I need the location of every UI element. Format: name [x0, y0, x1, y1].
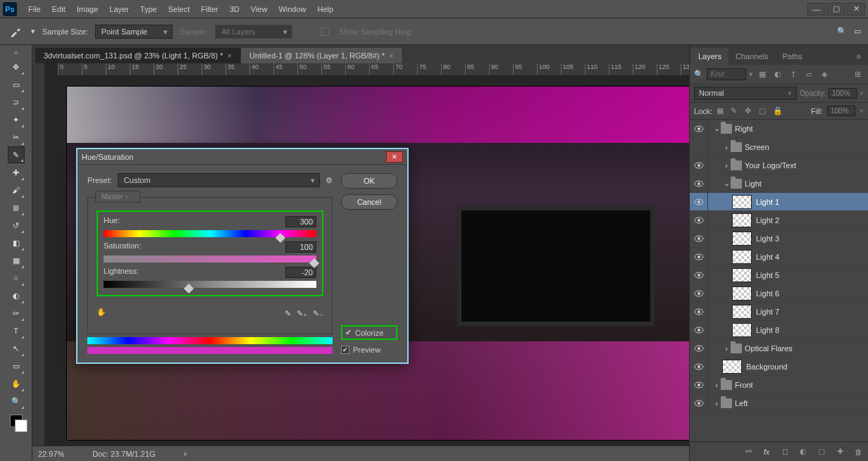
tab-layers[interactable]: Layers	[691, 48, 728, 65]
mask-icon[interactable]: ◻	[779, 447, 790, 456]
layer-row[interactable]: ⌄Right	[690, 120, 868, 138]
menu-image[interactable]: Image	[71, 2, 104, 16]
scrubby-hand-icon[interactable]: ✋	[97, 308, 106, 317]
lasso-tool[interactable]: ⊃	[8, 94, 25, 110]
document-tab[interactable]: 3dvirtualset.com_131.psd @ 23% (Light 1,…	[35, 48, 241, 63]
layer-thumbnail[interactable]	[732, 305, 752, 319]
visibility-icon[interactable]	[690, 303, 708, 321]
lock-artboard-icon[interactable]: ▢	[759, 106, 769, 116]
visibility-icon[interactable]	[690, 284, 708, 303]
tab-channels[interactable]: Channels	[728, 48, 775, 65]
layer-row[interactable]: Light 5	[690, 266, 868, 284]
colorize-checkbox[interactable]: ✔	[345, 328, 352, 337]
layer-row[interactable]: Light 7	[690, 303, 868, 321]
layer-row[interactable]: Light 1	[690, 193, 868, 211]
visibility-icon[interactable]	[690, 266, 708, 284]
maximize-button[interactable]: ▢	[827, 3, 845, 15]
layer-thumbnail[interactable]	[732, 286, 752, 301]
adjustment-icon[interactable]: ◐	[798, 447, 809, 456]
minimize-button[interactable]: —	[807, 3, 826, 15]
opacity-input[interactable]: 100%	[829, 88, 857, 99]
background-color[interactable]	[15, 419, 27, 432]
hand-tool[interactable]: ✋	[8, 375, 25, 392]
sample-size-select[interactable]: Point Sample	[95, 25, 173, 39]
visibility-icon[interactable]	[690, 358, 708, 376]
layer-row[interactable]: ›Left	[690, 394, 868, 412]
lightness-slider[interactable]	[104, 281, 316, 288]
move-tool[interactable]: ✥	[8, 58, 25, 75]
show-ring-checkbox[interactable]	[321, 27, 329, 36]
saturation-input[interactable]	[285, 241, 316, 253]
hue-input[interactable]	[285, 216, 316, 227]
eyedropper-add-icon[interactable]: ✎₊	[297, 309, 307, 318]
visibility-icon[interactable]	[690, 193, 708, 211]
pen-tool[interactable]: ✑	[8, 305, 25, 322]
eyedropper-tool[interactable]: ✎	[8, 146, 25, 163]
blend-mode-select[interactable]: Normal ▾	[694, 87, 797, 100]
dialog-close-button[interactable]: ✕	[386, 151, 403, 163]
menu-edit[interactable]: Edit	[46, 2, 71, 16]
menu-layer[interactable]: Layer	[104, 2, 135, 16]
lightness-input[interactable]	[285, 267, 316, 278]
preset-gear-icon[interactable]: ⚙	[326, 176, 333, 185]
visibility-icon[interactable]	[690, 229, 708, 248]
stamp-tool[interactable]: ⊞	[8, 199, 25, 216]
zoom-tool[interactable]: 🔍	[8, 393, 25, 410]
tab-paths[interactable]: Paths	[776, 48, 810, 65]
visibility-icon[interactable]	[690, 248, 708, 266]
visibility-icon[interactable]	[690, 175, 708, 193]
menu-select[interactable]: Select	[163, 2, 196, 16]
visibility-icon[interactable]	[690, 394, 708, 412]
visibility-icon[interactable]	[690, 156, 708, 175]
menu-3d[interactable]: 3D	[224, 2, 245, 16]
menu-type[interactable]: Type	[135, 2, 163, 16]
toggle-arrow-icon[interactable]: ›	[722, 161, 731, 170]
toggle-arrow-icon[interactable]: ⌄	[722, 179, 731, 188]
zoom-level[interactable]: 22.97%	[38, 450, 64, 458]
layer-thumbnail[interactable]	[732, 250, 752, 264]
visibility-icon[interactable]	[690, 138, 708, 156]
blur-tool[interactable]: ○	[8, 270, 25, 286]
toggle-arrow-icon[interactable]: ›	[712, 399, 721, 408]
layer-row[interactable]: ›Screen	[690, 138, 868, 156]
layer-row[interactable]: ›Front	[690, 376, 868, 394]
lightness-handle[interactable]	[184, 284, 194, 293]
layer-thumbnail[interactable]	[732, 323, 752, 337]
kind-filter[interactable]	[707, 68, 746, 80]
channel-select[interactable]: Master	[95, 191, 140, 203]
shape-tool[interactable]: ▭	[8, 358, 25, 374]
filter-shape-icon[interactable]: ▱	[802, 68, 815, 81]
visibility-icon[interactable]	[690, 339, 708, 358]
layer-row[interactable]: Light 2	[690, 211, 868, 229]
path-tool[interactable]: ↖	[8, 340, 25, 357]
filter-adjust-icon[interactable]: ◐	[771, 68, 784, 81]
dialog-titlebar[interactable]: Hue/Saturation ✕	[78, 149, 407, 165]
hue-slider[interactable]	[104, 230, 316, 237]
menu-view[interactable]: View	[245, 2, 273, 16]
marquee-tool[interactable]: ▭	[8, 76, 25, 93]
filter-type-icon[interactable]: T	[787, 68, 800, 81]
dodge-tool[interactable]: ◐	[8, 287, 25, 304]
fill-input[interactable]: 100%	[827, 106, 855, 116]
document-tab[interactable]: Untitled-1 @ 128% (Layer 1, RGB/8#) *×	[241, 48, 403, 63]
layer-thumbnail[interactable]	[732, 232, 752, 246]
history-tool[interactable]: ↺	[8, 217, 25, 234]
menu-file[interactable]: File	[23, 2, 46, 16]
saturation-slider[interactable]	[104, 255, 316, 263]
menu-filter[interactable]: Filter	[195, 2, 223, 16]
layer-row[interactable]: ›Optical Flares	[690, 339, 868, 358]
tool-preset-icon[interactable]	[7, 23, 24, 40]
type-tool[interactable]: T	[8, 322, 25, 339]
eraser-tool[interactable]: ◧	[8, 234, 25, 251]
tab-close-icon[interactable]: ×	[389, 51, 393, 60]
layer-thumbnail[interactable]	[732, 268, 752, 282]
tab-close-icon[interactable]: ×	[228, 51, 232, 60]
preview-checkbox[interactable]: ✔	[341, 346, 349, 354]
filter-toggle[interactable]: ⊞	[851, 68, 864, 81]
layer-thumbnail[interactable]	[732, 213, 752, 227]
filter-image-icon[interactable]: ▦	[756, 68, 769, 81]
layer-row[interactable]: Light 6	[690, 284, 868, 303]
visibility-icon[interactable]	[690, 211, 708, 229]
search-icon[interactable]: 🔍	[837, 27, 847, 36]
filter-smart-icon[interactable]: ◈	[818, 68, 831, 81]
